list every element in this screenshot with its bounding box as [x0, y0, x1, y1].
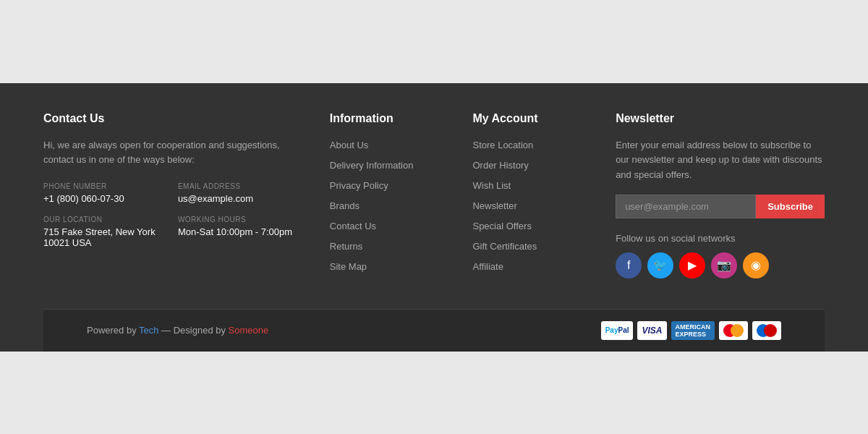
- list-item: About Us: [330, 138, 473, 151]
- list-item: Contact Us: [330, 219, 473, 232]
- paypal-label: PayPal: [605, 326, 629, 334]
- list-item: Brands: [330, 199, 473, 212]
- list-item: Site Map: [330, 260, 473, 273]
- location-label: OUR LOCATION: [43, 216, 166, 224]
- dash-text: — Designed by: [159, 325, 229, 336]
- list-item: Privacy Policy: [330, 179, 473, 192]
- youtube-icon[interactable]: ▶: [679, 252, 705, 278]
- paypal-icon: PayPal: [601, 321, 634, 340]
- mc-orange-circle: [731, 324, 744, 337]
- facebook-icon[interactable]: f: [616, 252, 642, 278]
- page-wrapper: Contact Us Hi, we are always open for co…: [0, 0, 868, 434]
- phone-label: PHONE NUMBER: [43, 182, 166, 190]
- amex-label: AMERICANEXPRESS: [676, 323, 711, 338]
- mastercard-icon: [719, 321, 748, 340]
- location-item: OUR LOCATION 715 Fake Street, New York 1…: [43, 216, 166, 248]
- delivery-info-link[interactable]: Delivery Information: [330, 160, 414, 171]
- powered-by-text: Powered by: [87, 325, 139, 336]
- email-item: EMAIL ADDRESS us@example.com: [178, 182, 301, 204]
- brands-link[interactable]: Brands: [330, 200, 359, 211]
- contact-grid: PHONE NUMBER +1 (800) 060-07-30 EMAIL AD…: [43, 182, 301, 248]
- maestro-circles: [757, 324, 777, 337]
- about-us-link[interactable]: About Us: [330, 140, 368, 150]
- returns-link[interactable]: Returns: [330, 241, 363, 252]
- list-item: Wish List: [472, 179, 616, 192]
- maestro-red-circle: [764, 324, 777, 337]
- site-map-link[interactable]: Site Map: [330, 261, 367, 272]
- location-value: 715 Fake Street, New York 10021 USA: [43, 226, 166, 248]
- email-label: EMAIL ADDRESS: [178, 182, 301, 190]
- newsletter-column: Newsletter Enter your email address belo…: [616, 112, 825, 280]
- footer-bottom: Powered by Tech — Designed by Someone Pa…: [43, 310, 825, 352]
- payment-icons: PayPal VISA AMERICANEXPRESS: [601, 321, 781, 340]
- maestro-icon: [752, 321, 781, 340]
- contact-intro: Hi, we are always open for cooperation a…: [43, 138, 301, 169]
- gift-certificates-link[interactable]: Gift Certificates: [472, 241, 537, 252]
- social-icons: f 🐦 ▶ 📷 ◉: [616, 252, 825, 278]
- information-links: About Us Delivery Information Privacy Po…: [330, 138, 473, 273]
- newsletter-email-input[interactable]: [616, 195, 756, 218]
- rss-icon[interactable]: ◉: [743, 252, 769, 278]
- visa-label: VISA: [642, 326, 662, 336]
- tech-link[interactable]: Tech: [139, 325, 158, 336]
- information-column: Information About Us Delivery Informatio…: [330, 112, 473, 280]
- my-account-column: My Account Store Location Order History …: [472, 112, 616, 280]
- someone-link[interactable]: Someone: [229, 325, 269, 336]
- special-offers-link[interactable]: Special Offers: [472, 221, 531, 231]
- order-history-link[interactable]: Order History: [472, 160, 528, 171]
- list-item: Delivery Information: [330, 158, 473, 171]
- amex-icon: AMERICANEXPRESS: [671, 321, 715, 340]
- affiliate-link[interactable]: Affiliate: [472, 261, 503, 272]
- contact-title: Contact Us: [43, 112, 301, 125]
- wish-list-link[interactable]: Wish List: [472, 180, 511, 191]
- newsletter-title: Newsletter: [616, 112, 825, 125]
- privacy-policy-link[interactable]: Privacy Policy: [330, 180, 388, 191]
- footer-credits: Powered by Tech — Designed by Someone: [87, 325, 268, 336]
- footer: Contact Us Hi, we are always open for co…: [0, 83, 868, 352]
- my-account-title: My Account: [472, 112, 616, 125]
- list-item: Returns: [330, 239, 473, 252]
- contact-column: Contact Us Hi, we are always open for co…: [43, 112, 330, 280]
- list-item: Store Location: [472, 138, 616, 151]
- information-title: Information: [330, 112, 473, 125]
- newsletter-form: Subscribe: [616, 195, 825, 218]
- store-location-link[interactable]: Store Location: [472, 140, 533, 150]
- visa-icon: VISA: [637, 321, 666, 340]
- twitter-icon[interactable]: 🐦: [647, 252, 673, 278]
- hours-value: Mon-Sat 10:00pm - 7:00pm: [178, 226, 301, 237]
- hours-label: WORKING HOURS: [178, 216, 301, 224]
- social-label: Follow us on social networks: [616, 233, 825, 244]
- list-item: Affiliate: [472, 260, 616, 273]
- newsletter-link[interactable]: Newsletter: [472, 200, 516, 211]
- newsletter-text: Enter your email address below to subscr…: [616, 138, 825, 183]
- list-item: Order History: [472, 158, 616, 171]
- mastercard-circles: [723, 324, 744, 337]
- footer-main: Contact Us Hi, we are always open for co…: [43, 112, 825, 309]
- contact-us-link[interactable]: Contact Us: [330, 221, 376, 231]
- list-item: Special Offers: [472, 219, 616, 232]
- phone-item: PHONE NUMBER +1 (800) 060-07-30: [43, 182, 166, 204]
- phone-value: +1 (800) 060-07-30: [43, 193, 166, 204]
- email-value: us@example.com: [178, 193, 301, 204]
- list-item: Newsletter: [472, 199, 616, 212]
- list-item: Gift Certificates: [472, 239, 616, 252]
- hours-item: WORKING HOURS Mon-Sat 10:00pm - 7:00pm: [178, 216, 301, 248]
- subscribe-button[interactable]: Subscribe: [756, 195, 825, 218]
- my-account-links: Store Location Order History Wish List N…: [472, 138, 616, 273]
- instagram-icon[interactable]: 📷: [711, 252, 737, 278]
